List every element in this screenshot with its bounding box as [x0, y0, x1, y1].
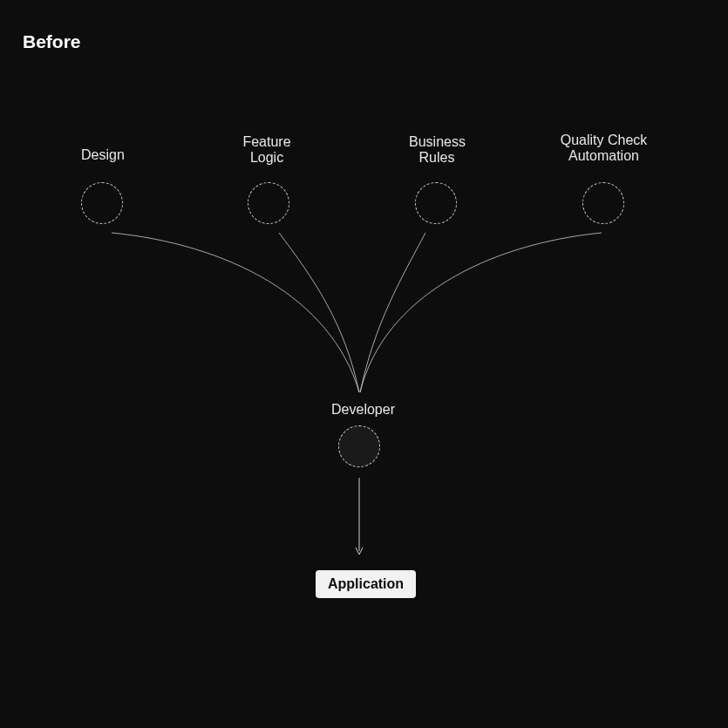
node-label-developer: Developer	[331, 402, 395, 418]
node-circle-business-rules	[415, 182, 457, 224]
node-label-feature-logic: Feature Logic	[242, 134, 292, 165]
connector-lines	[0, 0, 728, 728]
node-label-design: Design	[81, 147, 122, 163]
arrow-developer-to-application	[0, 0, 728, 728]
node-circle-quality-check	[582, 182, 624, 224]
node-label-quality-check: Quality Check Automation	[558, 133, 650, 163]
node-application: Application	[316, 570, 416, 598]
node-label-business-rules: Business Rules	[409, 134, 465, 165]
diagram-title: Before	[23, 31, 81, 52]
node-circle-design	[81, 182, 123, 224]
node-circle-developer	[338, 425, 380, 467]
node-circle-feature-logic	[248, 182, 289, 224]
